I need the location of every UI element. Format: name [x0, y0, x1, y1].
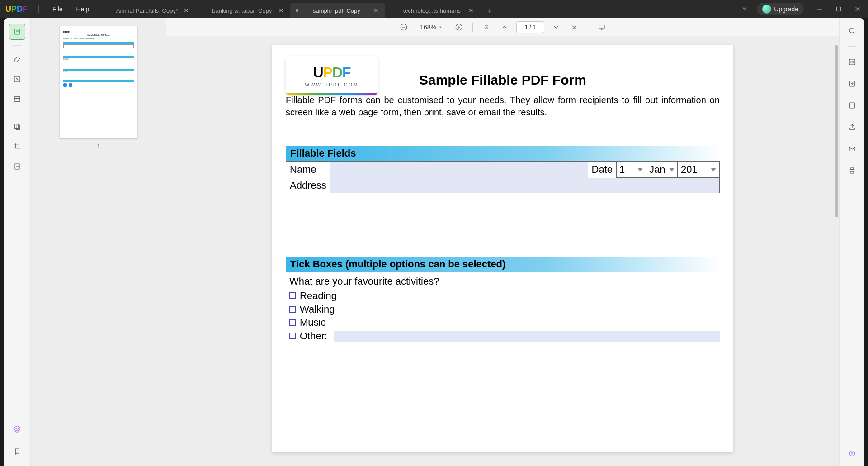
svg-rect-0: [837, 7, 841, 11]
menu-file[interactable]: File: [52, 5, 63, 13]
plus-circle-icon: [455, 23, 463, 31]
ocr-button[interactable]: OCR: [846, 56, 859, 68]
fillable-fields-table: Name Date 1 Jan: [286, 161, 720, 193]
date-day-value: 1: [619, 164, 625, 176]
scrollbar[interactable]: [835, 45, 838, 244]
tab-sample-pdf[interactable]: sample_pdf_Copy ✕: [290, 3, 385, 18]
logo-letter-d: D: [17, 5, 23, 14]
ai-sparkle-icon: [848, 449, 856, 457]
tickboxes-section: Tick Boxes (multiple options can be sele…: [286, 257, 720, 343]
layers-icon: [13, 425, 21, 433]
form-icon: [13, 95, 21, 103]
zoom-out-button[interactable]: [397, 21, 410, 33]
page-number-input[interactable]: 1 / 1: [516, 21, 544, 33]
document-viewport: 168% 1 / 1: [166, 18, 839, 466]
checkbox-reading[interactable]: [289, 292, 296, 299]
tab-banking[interactable]: banking w...apar_Copy ✕: [195, 3, 290, 18]
name-input[interactable]: [330, 162, 588, 178]
presentation-button[interactable]: [595, 21, 608, 33]
page-thumbnail[interactable]: UPDF Sample Fillable PDF Form Fillable P…: [60, 26, 137, 138]
ai-assistant-button[interactable]: [846, 447, 859, 460]
tab-label: banking w...apar_Copy: [206, 7, 278, 14]
close-icon[interactable]: ✕: [278, 7, 285, 14]
save-icon: [848, 80, 856, 88]
tab-animal[interactable]: Animal Pai...kills_Copy* ✕: [100, 3, 195, 18]
chevron-down-icon: [741, 4, 749, 12]
close-icon: [854, 5, 862, 13]
scrollbar-thumb[interactable]: [835, 45, 838, 217]
zoom-in-button[interactable]: [453, 21, 465, 33]
organize-tool[interactable]: [9, 119, 25, 135]
address-input[interactable]: [330, 178, 719, 193]
divider: [13, 113, 22, 113]
svg-point-20: [851, 452, 853, 455]
divider: [472, 23, 473, 32]
checkbox-label: Reading: [300, 289, 337, 303]
minimize-button[interactable]: [813, 2, 826, 16]
window-controls: [813, 2, 864, 16]
last-page-icon: [570, 23, 578, 31]
form-tool[interactable]: [9, 91, 25, 107]
svg-rect-18: [851, 171, 854, 174]
divider: [848, 46, 857, 47]
last-page-button[interactable]: [568, 21, 580, 33]
checkbox-music[interactable]: [289, 319, 296, 326]
export-button[interactable]: [846, 99, 859, 112]
svg-point-10: [849, 28, 854, 33]
redact-tool[interactable]: [9, 158, 25, 175]
checkbox-label: Walking: [300, 303, 335, 316]
name-label: Name: [286, 162, 330, 178]
close-icon[interactable]: ✕: [183, 7, 190, 14]
close-icon[interactable]: ✕: [373, 7, 380, 14]
layers-tool[interactable]: [9, 421, 25, 437]
print-button[interactable]: [846, 164, 859, 177]
new-tab-button[interactable]: +: [483, 5, 496, 18]
share-button[interactable]: [846, 121, 859, 133]
date-month-select[interactable]: Jan: [646, 162, 678, 178]
thumbnails-tool[interactable]: [9, 24, 25, 40]
email-button[interactable]: [846, 143, 859, 155]
redact-icon: [13, 162, 21, 171]
other-input[interactable]: [334, 331, 720, 342]
tabs-dropdown-button[interactable]: [737, 2, 752, 16]
brand-stripe: [286, 93, 378, 95]
caret-down-icon: [438, 25, 443, 29]
thumbnail-panel: UPDF Sample Fillable PDF Form Fillable P…: [31, 18, 166, 466]
brand-card: UPDF WWW.UPDF.COM: [286, 56, 378, 95]
first-page-button[interactable]: [480, 21, 493, 33]
date-day-select[interactable]: 1: [617, 162, 646, 178]
caret-down-icon: [637, 168, 643, 171]
bookmark-tool[interactable]: [9, 443, 25, 460]
zoom-dropdown[interactable]: 168%: [415, 23, 447, 32]
upgrade-button[interactable]: Upgrade: [757, 3, 804, 15]
divider: [588, 23, 588, 32]
date-year-select[interactable]: 201: [678, 162, 719, 178]
prev-page-button[interactable]: [498, 21, 511, 33]
close-icon[interactable]: ✕: [467, 7, 475, 14]
zoom-value: 168%: [420, 24, 436, 31]
checkbox-row-other: Other:: [289, 329, 720, 343]
menu-help[interactable]: Help: [76, 5, 90, 13]
maximize-button[interactable]: [832, 2, 845, 16]
search-button[interactable]: [846, 24, 859, 37]
svg-rect-5: [16, 125, 19, 130]
caret-down-icon: [711, 168, 716, 171]
tab-technology[interactable]: technolog...ts humans ✕: [385, 3, 480, 18]
tab-label: sample_pdf_Copy: [300, 7, 373, 14]
upgrade-label: Upgrade: [774, 5, 798, 13]
document-scroll[interactable]: UPDF WWW.UPDF.COM Sample Fillable PDF Fo…: [166, 36, 839, 466]
tab-label: technolog...ts humans: [396, 7, 467, 14]
brand-url: WWW.UPDF.COM: [305, 82, 359, 87]
highlighter-tool[interactable]: [9, 51, 25, 67]
crop-tool[interactable]: [9, 138, 25, 155]
logo-letter-f: F: [23, 5, 28, 14]
titlebar-right: Upgrade: [737, 2, 868, 16]
save-button[interactable]: [846, 77, 859, 90]
checkbox-walking[interactable]: [289, 306, 296, 313]
edit-tool[interactable]: [9, 71, 25, 87]
checkbox-other[interactable]: [289, 333, 296, 339]
next-page-button[interactable]: [550, 21, 562, 33]
close-window-button[interactable]: [851, 2, 864, 16]
logo-letter-p: P: [11, 5, 17, 14]
highlighter-icon: [13, 55, 21, 63]
